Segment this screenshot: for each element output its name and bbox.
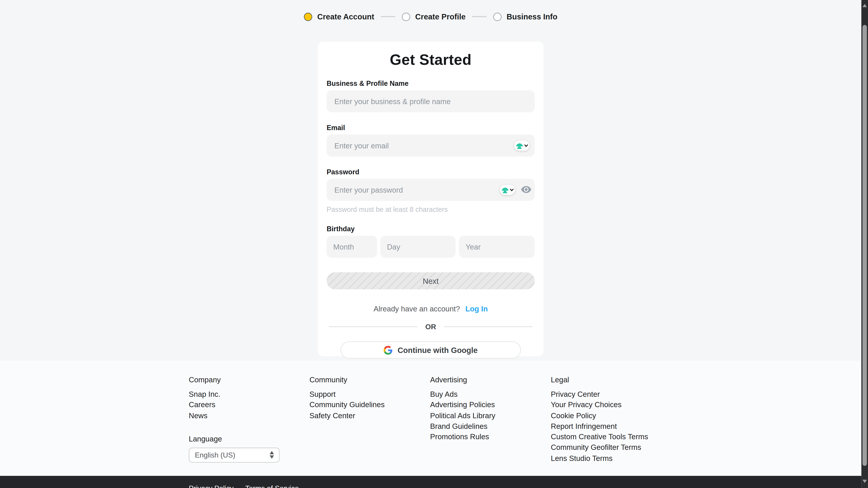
footer-link-political-ads-library[interactable]: Political Ads Library <box>430 410 551 421</box>
footer-column-title: Company <box>189 376 310 384</box>
birthday-row <box>327 236 535 258</box>
step-label: Create Account <box>317 12 374 21</box>
get-started-card: Get Started Business & Profile Name Emai… <box>318 41 544 356</box>
chevron-down-icon <box>524 144 528 147</box>
footer-link-brand-guidelines[interactable]: Brand Guidelines <box>430 421 551 431</box>
step-create-profile: Create Profile <box>402 12 466 21</box>
step-inactive-indicator-icon <box>493 12 501 21</box>
signup-section: Create Account Create Profile Business I… <box>0 0 862 361</box>
email-field-wrap <box>327 134 535 157</box>
footer-column-community: Community Support Community Guidelines S… <box>310 376 430 464</box>
chevron-down-icon <box>510 188 514 191</box>
footer-link-news[interactable]: News <box>189 410 310 421</box>
continue-with-google-button[interactable]: Continue with Google <box>340 341 521 359</box>
login-row: Already have an account? Log In <box>327 305 535 313</box>
step-label: Business Info <box>506 12 557 21</box>
business-name-field-wrap <box>327 90 535 112</box>
birthday-month-wrap <box>327 236 377 258</box>
email-input[interactable] <box>327 134 535 157</box>
progress-stepper: Create Account Create Profile Business I… <box>0 12 862 21</box>
footer-link-privacy-center[interactable]: Privacy Center <box>551 389 672 400</box>
step-connector <box>381 16 395 17</box>
footer-link-community-geofilter-terms[interactable]: Community Geofilter Terms <box>551 443 672 453</box>
language-selected-value: English (US) <box>195 451 235 459</box>
divider-text: OR <box>425 323 436 331</box>
page-title: Get Started <box>327 51 535 68</box>
or-divider: OR <box>329 323 532 331</box>
password-manager-autofill-icon[interactable] <box>514 140 530 151</box>
language-select[interactable]: English (US) <box>189 448 280 462</box>
birthday-day-wrap <box>380 236 456 258</box>
scroll-up-arrow-icon[interactable] <box>862 4 867 7</box>
footer-link-careers[interactable]: Careers <box>189 400 310 410</box>
email-label: Email <box>327 124 535 132</box>
site-footer: Company Snap Inc. Careers News Community… <box>0 361 862 476</box>
login-prompt-text: Already have an account? <box>373 305 460 313</box>
privacy-policy-link[interactable]: Privacy Policy <box>189 484 234 488</box>
birthday-label: Birthday <box>327 225 535 233</box>
google-button-label: Continue with Google <box>398 346 477 354</box>
footer-link-report-infringement[interactable]: Report Infringement <box>551 421 672 431</box>
google-g-logo-icon <box>383 346 393 354</box>
birthday-day-input[interactable] <box>380 236 456 258</box>
password-field-wrap <box>327 178 535 201</box>
divider-line <box>444 326 532 327</box>
scroll-down-arrow-icon[interactable] <box>862 480 867 483</box>
footer-link-your-privacy-choices[interactable]: Your Privacy Choices <box>551 400 672 410</box>
step-label: Create Profile <box>415 12 466 21</box>
show-password-eye-icon[interactable] <box>521 185 532 194</box>
step-create-account: Create Account <box>304 12 374 21</box>
business-name-label: Business & Profile Name <box>327 80 535 87</box>
footer-link-snap-inc[interactable]: Snap Inc. <box>189 389 310 400</box>
footer-column-advertising: Advertising Buy Ads Advertising Policies… <box>430 376 551 464</box>
step-business-info: Business Info <box>493 12 557 21</box>
footer-link-cookie-policy[interactable]: Cookie Policy <box>551 410 672 421</box>
bottom-legal-bar: Privacy Policy Terms of Service <box>0 476 862 488</box>
password-label: Password <box>327 168 535 176</box>
step-active-indicator-icon <box>304 12 312 21</box>
footer-link-advertising-policies[interactable]: Advertising Policies <box>430 400 551 410</box>
language-label: Language <box>189 435 222 443</box>
page: Create Account Create Profile Business I… <box>0 0 868 488</box>
password-manager-autofill-icon[interactable] <box>499 184 515 195</box>
footer-link-lens-studio-terms[interactable]: Lens Studio Terms <box>551 453 672 464</box>
password-helper-text: Password must be at least 8 characters <box>327 206 535 214</box>
step-inactive-indicator-icon <box>402 12 410 21</box>
footer-column-title: Legal <box>551 376 672 384</box>
footer-column-title: Community <box>310 376 430 384</box>
footer-link-safety-center[interactable]: Safety Center <box>310 410 430 421</box>
next-button[interactable]: Next <box>327 272 535 290</box>
birthday-year-input[interactable] <box>459 236 535 258</box>
birthday-month-input[interactable] <box>327 236 377 258</box>
select-arrows-icon <box>270 451 274 459</box>
log-in-link[interactable]: Log In <box>465 305 488 313</box>
footer-link-community-guidelines[interactable]: Community Guidelines <box>310 400 430 410</box>
footer-link-custom-creative-tools-terms[interactable]: Custom Creative Tools Terms <box>551 432 672 443</box>
scrollbar[interactable] <box>862 0 868 488</box>
step-connector <box>472 16 487 17</box>
footer-column-title: Advertising <box>430 376 551 384</box>
birthday-year-wrap <box>459 236 535 258</box>
business-name-input[interactable] <box>327 90 535 112</box>
divider-line <box>329 326 417 327</box>
footer-column-legal: Legal Privacy Center Your Privacy Choice… <box>551 376 672 464</box>
terms-of-service-link[interactable]: Terms of Service <box>245 484 299 488</box>
scrollbar-thumb[interactable] <box>862 25 867 466</box>
footer-link-buy-ads[interactable]: Buy Ads <box>430 389 551 400</box>
footer-link-support[interactable]: Support <box>310 389 430 400</box>
footer-link-promotions-rules[interactable]: Promotions Rules <box>430 432 551 443</box>
